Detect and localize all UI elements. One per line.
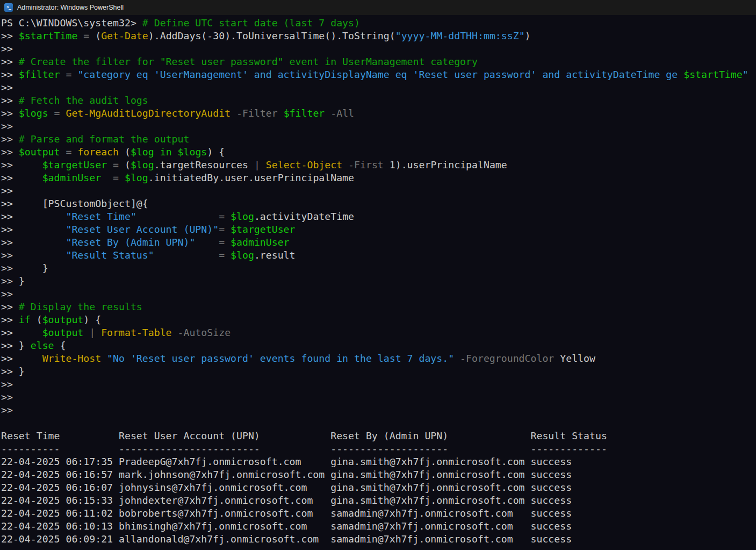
terminal-token: $log [125, 172, 148, 183]
terminal-token: >> [1, 108, 19, 119]
terminal-token [71, 146, 77, 158]
terminal-token: >> [1, 224, 66, 235]
terminal-token: foreach [77, 146, 119, 158]
terminal-token: $output [42, 314, 84, 325]
terminal-token: Get-Date [101, 30, 148, 41]
terminal-token: >> [1, 56, 19, 67]
terminal-token [172, 146, 178, 158]
terminal-token: 22-04-2025 06:11:02 bobroberts@7xh7fj.on… [1, 508, 572, 519]
terminal-token: = [113, 159, 119, 170]
terminal-line: >> "Reset By (Admin UPN)" = $adminUser [1, 236, 756, 249]
terminal-token: if [19, 314, 31, 325]
terminal-token: >> [PSCustomObject]@{ [1, 198, 148, 209]
terminal-token [342, 159, 348, 170]
terminal-token: ).AddDays(-30).ToUniversalTime().ToStrin… [148, 30, 395, 41]
terminal-token: >> [1, 249, 66, 261]
terminal-token: .result [254, 249, 296, 261]
terminal-line: >> # Display the results [1, 301, 756, 313]
terminal-token: ) { [207, 146, 225, 158]
terminal-token: >> } [1, 262, 48, 274]
terminal-token: >> [1, 211, 66, 222]
terminal-token: $output [42, 327, 84, 338]
terminal-token [195, 237, 219, 248]
terminal-token: = [219, 211, 225, 222]
terminal-token: >> [1, 353, 42, 364]
terminal-token: Write-Host [42, 353, 102, 364]
window-title: Administrator: Windows PowerShell [17, 4, 124, 11]
terminal-token [454, 353, 460, 364]
terminal-token [136, 211, 219, 222]
terminal-token: .initiatedBy.user.userPrincipalName [148, 172, 354, 183]
terminal-token: = [83, 30, 89, 41]
terminal-token: ---------- ------------------------ ----… [1, 443, 607, 454]
terminal-token: >> [1, 30, 19, 41]
terminal-line: >> [1, 42, 756, 55]
terminal-line: 22-04-2025 06:16:57 mark.johnson@7xh7fj.… [1, 468, 756, 481]
terminal-token [48, 108, 54, 119]
terminal-screen[interactable]: PS C:\WINDOWS\system32> # Define UTC sta… [0, 15, 756, 550]
terminal-token [60, 69, 66, 80]
terminal-token: # Create the filter for "Reset user pass… [19, 56, 478, 67]
terminal-token [278, 108, 284, 119]
terminal-token [260, 159, 266, 170]
terminal-line: 22-04-2025 06:10:13 bhimsingh@7xh7fj.onm… [1, 520, 756, 533]
terminal-token: # Fetch the audit logs [19, 95, 148, 106]
terminal-line: >> $startTime = (Get-Date).AddDays(-30).… [1, 30, 756, 42]
terminal-token: .targetResources [154, 159, 254, 170]
terminal-token [172, 327, 178, 338]
terminal-line: >> # Create the filter for "Reset user p… [1, 55, 756, 68]
terminal-line: >> $output = foreach ($log in $logs) { [1, 146, 756, 159]
terminal-token: $targetUser [42, 159, 107, 170]
terminal-token: " [743, 69, 748, 80]
terminal-line: ---------- ------------------------ ----… [1, 442, 756, 455]
terminal-token: = [219, 249, 225, 261]
terminal-token: = [113, 172, 119, 183]
terminal-token [225, 211, 231, 222]
terminal-token: -ForegroundColor [460, 353, 554, 364]
terminal-token [325, 108, 330, 119]
terminal-token: "category eq 'UserManagement' and activi… [77, 69, 683, 80]
terminal-token: $logs [178, 146, 207, 158]
terminal-line [1, 417, 756, 430]
terminal-token: Get-MgAuditLogDirectoryAudit [66, 108, 231, 119]
terminal-token: >> [1, 404, 13, 416]
terminal-line: 22-04-2025 06:17:35 PradeepG@7xh7fj.onmi… [1, 455, 756, 468]
terminal-token: 22-04-2025 06:16:57 mark.johnson@7xh7fj.… [1, 469, 572, 480]
terminal-line: >> Write-Host "No 'Reset user password' … [1, 352, 756, 365]
terminal-token: $adminUser [42, 172, 102, 183]
terminal-token: >> [1, 69, 19, 80]
terminal-line: 22-04-2025 06:11:02 bobroberts@7xh7fj.on… [1, 507, 756, 520]
terminal-token: 1).userPrincipalName [384, 159, 507, 170]
terminal-line: >> $adminUser = $log.initiatedBy.user.us… [1, 172, 756, 184]
terminal-token: >> [1, 185, 13, 196]
terminal-token: >> [1, 237, 66, 248]
terminal-token: = [219, 237, 225, 248]
terminal-token: $targetUser [231, 224, 295, 235]
terminal-line: >> [1, 184, 756, 197]
terminal-line: >> if ($output) { [1, 313, 756, 326]
terminal-token [119, 172, 125, 183]
terminal-line: >> } [1, 262, 756, 275]
terminal-token: = [219, 224, 225, 235]
terminal-token: 22-04-2025 06:09:21 allandonald@7xh7fj.o… [1, 533, 572, 545]
terminal-line: >> [PSCustomObject]@{ [1, 197, 756, 210]
terminal-token: $log [231, 249, 254, 261]
terminal-token: PS C:\WINDOWS\system32> [1, 17, 142, 28]
title-bar: >_ Administrator: Windows PowerShell [0, 0, 756, 15]
terminal-token: = [66, 69, 71, 80]
terminal-line: >> [1, 378, 756, 391]
terminal-token: | [254, 159, 260, 170]
powershell-icon[interactable]: >_ [4, 3, 13, 12]
terminal-token [71, 69, 77, 80]
terminal-token [225, 224, 231, 235]
terminal-token: $filter [284, 108, 325, 119]
terminal-token: $logs [19, 108, 48, 119]
terminal-token [83, 327, 89, 338]
terminal-token: ) { [83, 314, 101, 325]
terminal-line: >> "Reset User Account (UPN)"= $targetUs… [1, 223, 756, 236]
terminal-line: >> [1, 391, 756, 404]
terminal-token: >> } [1, 275, 25, 287]
terminal-token: Reset Time Reset User Account (UPN) Rese… [1, 430, 607, 441]
terminal-token: $log [131, 159, 154, 170]
terminal-token: >> [1, 43, 13, 54]
